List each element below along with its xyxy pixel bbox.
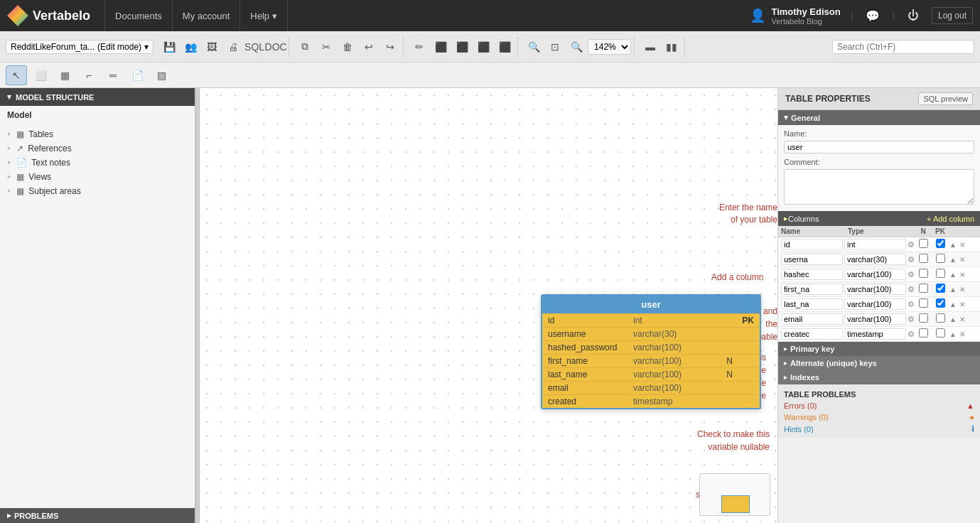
alternate-keys-section[interactable]: ▸ Alternate (unique) keys <box>778 356 980 370</box>
col-nullable-checkbox-4[interactable] <box>919 298 928 308</box>
col-nullable-checkbox-0[interactable] <box>919 239 928 248</box>
col-name-input-2[interactable] <box>781 269 843 280</box>
col-delete-button-6[interactable]: ✕ <box>959 330 966 339</box>
col-nullable-checkbox-3[interactable] <box>919 284 928 293</box>
col-name-input-4[interactable] <box>781 298 843 310</box>
col-type-input-0[interactable] <box>844 239 906 250</box>
col-settings-icon-4[interactable]: ⚙ <box>908 300 915 309</box>
logout-button[interactable]: Log out <box>932 7 973 24</box>
single-panel-button[interactable]: ▬ <box>640 37 660 57</box>
col-move-up-button-5[interactable]: ▲ <box>949 315 957 324</box>
col-move-up-button-1[interactable]: ▲ <box>949 255 957 264</box>
col-nullable-checkbox-1[interactable] <box>919 254 928 263</box>
col-move-up-button-4[interactable]: ▲ <box>949 300 957 309</box>
col-settings-icon-2[interactable]: ⚙ <box>908 270 915 279</box>
messages-icon[interactable]: 💬 <box>863 6 883 26</box>
columns-section-header[interactable]: ▸ Columns + Add column <box>778 211 980 226</box>
copy-button[interactable]: ⧉ <box>295 37 315 57</box>
delete-button[interactable]: 🗑 <box>338 37 357 57</box>
sql-preview-button[interactable]: SQL preview <box>918 92 973 105</box>
col-move-up-button-6[interactable]: ▲ <box>949 330 957 339</box>
search-input[interactable] <box>837 42 969 52</box>
col-name-input-5[interactable] <box>781 313 843 325</box>
nav-help[interactable]: Help ▾ <box>240 0 287 31</box>
col-name-input-6[interactable] <box>781 328 843 340</box>
area-tool-button[interactable]: ▨ <box>151 65 172 85</box>
search-box[interactable] <box>832 40 974 54</box>
col-settings-icon-1[interactable]: ⚙ <box>908 255 915 264</box>
col-delete-button-3[interactable]: ✕ <box>959 285 966 294</box>
col-name-input-0[interactable] <box>781 239 843 250</box>
sidebar-item-subject-areas[interactable]: + ▦ Subject areas <box>0 184 195 198</box>
col-pk-checkbox-1[interactable] <box>936 254 945 263</box>
col-name-input-1[interactable] <box>781 254 843 265</box>
sql-button[interactable]: SQL <box>244 37 264 57</box>
add-column-button[interactable]: + Add column <box>927 215 974 223</box>
zoom-in-button[interactable]: 🔍 <box>524 37 544 57</box>
zoom-fit-button[interactable]: ⊡ <box>545 37 565 57</box>
col-nullable-checkbox-2[interactable] <box>919 269 928 278</box>
col-pk-checkbox-6[interactable] <box>936 328 945 338</box>
col-pk-checkbox-5[interactable] <box>936 313 945 323</box>
split-panel-button[interactable]: ▮▮ <box>662 37 682 57</box>
primary-key-section[interactable]: ▸ Primary key <box>778 342 980 356</box>
col-delete-button-2[interactable]: ✕ <box>959 270 966 279</box>
sidebar-item-references[interactable]: + ↗ References <box>0 141 195 156</box>
col-settings-icon-0[interactable]: ⚙ <box>908 240 915 249</box>
select-tool-button[interactable]: ↖ <box>6 65 27 85</box>
col-nullable-checkbox-5[interactable] <box>919 313 928 323</box>
col-name-input-3[interactable] <box>781 284 843 295</box>
db-table-user[interactable]: user id int PK username varchar(30) hash… <box>541 294 761 409</box>
col-delete-button-0[interactable]: ✕ <box>959 240 966 249</box>
indexes-section[interactable]: ▸ Indexes <box>778 370 980 384</box>
marquee-tool-button[interactable]: ⬜ <box>30 65 51 85</box>
table-tool-button[interactable]: ▦ <box>54 65 75 85</box>
sidebar-item-tables[interactable]: + ▦ Tables <box>0 127 195 141</box>
comment-textarea[interactable] <box>784 169 974 205</box>
note-tool-button[interactable]: 📄 <box>126 65 148 85</box>
col-settings-icon-5[interactable]: ⚙ <box>908 315 915 324</box>
hints-label[interactable]: Hints (0) <box>784 425 814 433</box>
col-pk-checkbox-3[interactable] <box>936 284 945 293</box>
errors-label[interactable]: Errors (0) <box>784 401 817 410</box>
redo-button[interactable]: ↪ <box>380 37 400 57</box>
col-delete-button-5[interactable]: ✕ <box>959 315 966 324</box>
align-bottom-button[interactable]: ⬛ <box>495 37 515 57</box>
canvas-area[interactable]: Enter the name of your table Add a colu <box>200 88 777 523</box>
col-settings-icon-3[interactable]: ⚙ <box>908 285 915 294</box>
col-nullable-checkbox-6[interactable] <box>919 328 928 338</box>
cut-button[interactable]: ✂ <box>316 37 336 57</box>
table-name-input[interactable] <box>784 141 974 153</box>
col-delete-button-4[interactable]: ✕ <box>959 300 966 309</box>
save-button[interactable]: 💾 <box>159 37 179 57</box>
doc-button[interactable]: DOC <box>266 37 286 57</box>
align-left-button[interactable]: ⬛ <box>431 37 451 57</box>
col-delete-button-1[interactable]: ✕ <box>959 255 966 264</box>
col-settings-icon-6[interactable]: ⚙ <box>908 330 915 339</box>
warnings-label[interactable]: Warnings (0) <box>784 413 829 421</box>
problems-bar[interactable]: ▸ PROBLEMS <box>0 508 195 523</box>
col-type-input-1[interactable] <box>844 254 906 265</box>
nav-my-account[interactable]: My account <box>173 0 240 31</box>
col-type-input-3[interactable] <box>844 284 906 295</box>
col-pk-checkbox-2[interactable] <box>936 269 945 278</box>
col-type-input-5[interactable] <box>844 313 906 325</box>
sidebar-item-views[interactable]: + ▦ Views <box>0 170 195 184</box>
image-button[interactable]: 🖼 <box>202 37 222 57</box>
col-move-up-button-3[interactable]: ▲ <box>949 285 957 294</box>
col-move-up-button-0[interactable]: ▲ <box>949 240 957 249</box>
ref-straight-button[interactable]: ═ <box>102 65 124 85</box>
zoom-select[interactable]: 142% <box>588 39 631 55</box>
col-pk-checkbox-4[interactable] <box>936 298 945 308</box>
logo[interactable]: Vertabelo <box>7 5 90 26</box>
sidebar-item-text-notes[interactable]: + 📄 Text notes <box>0 156 195 170</box>
col-pk-checkbox-0[interactable] <box>936 239 945 248</box>
doc-title[interactable]: RedditLikeForum_ta... (Edit mode) ▾ <box>6 40 154 54</box>
align-center-button[interactable]: ⬛ <box>452 37 472 57</box>
print-button[interactable]: 🖨 <box>223 37 243 57</box>
ref-corner-button[interactable]: ⌐ <box>78 65 99 85</box>
col-move-up-button-2[interactable]: ▲ <box>949 270 957 279</box>
undo-button[interactable]: ↩ <box>359 37 379 57</box>
col-type-input-4[interactable] <box>844 298 906 310</box>
edit-mode-button[interactable]: ✏ <box>409 37 429 57</box>
